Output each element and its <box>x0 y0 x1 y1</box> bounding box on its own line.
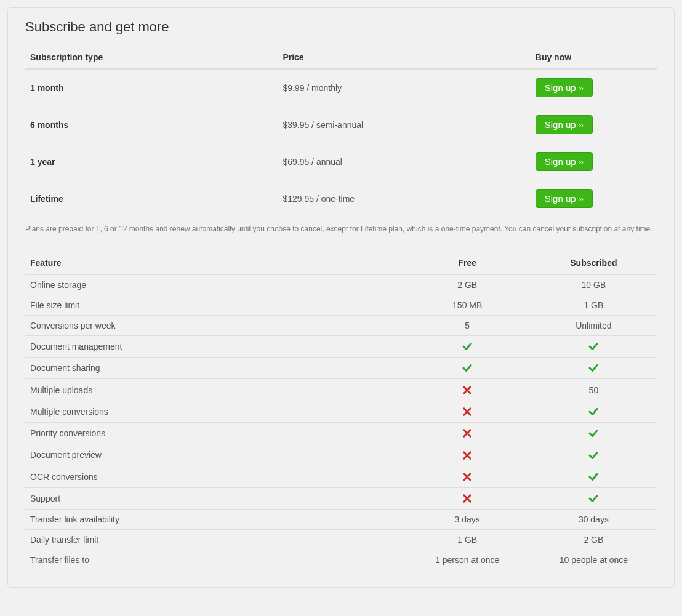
feature-name: Multiple uploads <box>25 379 404 401</box>
subs-header-price: Price <box>278 46 530 69</box>
table-row: Daily transfer limit1 GB2 GB <box>25 530 657 550</box>
cross-icon <box>462 406 473 417</box>
check-icon <box>462 362 473 374</box>
feature-subscribed: 10 GB <box>531 274 657 295</box>
subs-price: $129.95 / one-time <box>278 180 530 217</box>
features-table: Feature Free Subscribed Online storage2 … <box>25 252 657 570</box>
table-row: OCR conversions <box>25 466 657 487</box>
check-icon <box>588 428 599 439</box>
subs-type: Lifetime <box>25 180 278 217</box>
check-icon <box>588 362 599 374</box>
feature-free <box>404 358 531 379</box>
feature-name: Document sharing <box>25 358 404 379</box>
table-row: Lifetime$129.95 / one-timeSign up » <box>25 180 657 217</box>
subs-type: 6 months <box>25 106 278 143</box>
cross-icon <box>462 493 473 504</box>
check-icon <box>588 406 599 417</box>
feature-name: Conversions per week <box>25 315 404 335</box>
subs-type: 1 month <box>25 69 278 106</box>
subs-header-type: Subscription type <box>25 46 278 69</box>
table-row: Conversions per week5Unlimited <box>25 315 657 335</box>
feature-subscribed: 50 <box>531 379 657 401</box>
feature-subscribed: 10 people at once <box>531 550 657 570</box>
feature-subscribed <box>531 487 657 509</box>
feature-name: Daily transfer limit <box>25 530 404 550</box>
table-row: Document management <box>25 335 657 357</box>
features-header-free: Free <box>404 252 531 274</box>
cross-icon <box>462 471 473 482</box>
subscription-table: Subscription type Price Buy now 1 month$… <box>25 46 657 217</box>
subs-price: $39.95 / semi-annual <box>278 106 530 143</box>
check-icon <box>462 341 473 352</box>
feature-free: 150 MB <box>404 295 531 315</box>
features-header-feature: Feature <box>25 252 404 274</box>
table-row: Document sharing <box>25 358 657 379</box>
table-row: Support <box>25 487 657 509</box>
subs-price: $69.95 / annual <box>278 143 530 180</box>
check-icon <box>588 450 599 461</box>
table-row: Multiple uploads50 <box>25 379 657 401</box>
feature-name: Support <box>25 487 404 509</box>
feature-name: File size limit <box>25 295 404 315</box>
table-row: File size limit150 MB1 GB <box>25 295 657 315</box>
feature-name: Transfer files to <box>25 550 404 570</box>
check-icon <box>588 471 599 482</box>
features-header-subscribed: Subscribed <box>531 252 657 274</box>
table-row: 6 months$39.95 / semi-annualSign up » <box>25 106 657 143</box>
feature-name: Document management <box>25 335 404 357</box>
feature-subscribed: 2 GB <box>531 530 657 550</box>
table-row: Transfer link availability3 days30 days <box>25 510 657 530</box>
feature-subscribed <box>531 466 657 487</box>
table-row: Multiple conversions <box>25 401 657 422</box>
feature-name: Online storage <box>25 274 404 295</box>
cross-icon <box>462 450 473 461</box>
subs-type: 1 year <box>25 143 278 180</box>
feature-free: 1 person at once <box>404 550 531 570</box>
feature-subscribed <box>531 358 657 379</box>
feature-subscribed <box>531 422 657 444</box>
feature-subscribed <box>531 444 657 466</box>
feature-subscribed: 1 GB <box>531 295 657 315</box>
check-icon <box>588 341 599 352</box>
feature-free: 1 GB <box>404 530 531 550</box>
table-row: Online storage2 GB10 GB <box>25 274 657 295</box>
feature-name: OCR conversions <box>25 466 404 487</box>
feature-free <box>404 422 531 444</box>
cross-icon <box>462 385 473 396</box>
feature-name: Transfer link availability <box>25 510 404 530</box>
plans-note: Plans are prepaid for 1, 6 or 12 months … <box>25 224 657 234</box>
cross-icon <box>462 428 473 439</box>
subscribe-panel: Subscribe and get more Subscription type… <box>7 7 675 588</box>
feature-subscribed: Unlimited <box>531 315 657 335</box>
feature-free <box>404 444 531 466</box>
table-row: Priority conversions <box>25 422 657 444</box>
signup-button[interactable]: Sign up » <box>536 78 593 97</box>
feature-free <box>404 379 531 401</box>
signup-button[interactable]: Sign up » <box>536 115 593 134</box>
feature-name: Multiple conversions <box>25 401 404 422</box>
table-row: Document preview <box>25 444 657 466</box>
feature-free <box>404 487 531 509</box>
feature-free <box>404 466 531 487</box>
check-icon <box>588 493 599 504</box>
feature-subscribed <box>531 335 657 357</box>
feature-free <box>404 401 531 422</box>
page-title: Subscribe and get more <box>25 19 657 35</box>
feature-subscribed: 30 days <box>531 510 657 530</box>
subs-price: $9.99 / monthly <box>278 69 530 106</box>
feature-subscribed <box>531 401 657 422</box>
signup-button[interactable]: Sign up » <box>536 189 593 208</box>
feature-name: Priority conversions <box>25 422 404 444</box>
feature-free: 5 <box>404 315 531 335</box>
feature-name: Document preview <box>25 444 404 466</box>
subs-header-buy: Buy now <box>531 46 657 69</box>
table-row: Transfer files to1 person at once10 peop… <box>25 550 657 570</box>
signup-button[interactable]: Sign up » <box>536 152 593 171</box>
table-row: 1 month$9.99 / monthlySign up » <box>25 69 657 106</box>
feature-free: 3 days <box>404 510 531 530</box>
table-row: 1 year$69.95 / annualSign up » <box>25 143 657 180</box>
feature-free <box>404 335 531 357</box>
feature-free: 2 GB <box>404 274 531 295</box>
